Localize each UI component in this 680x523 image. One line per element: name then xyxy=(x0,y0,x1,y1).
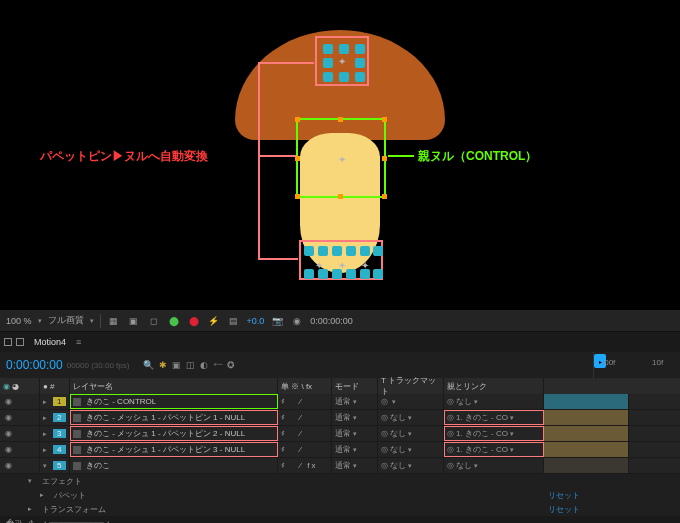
brain-icon[interactable]: ✪ xyxy=(227,360,235,370)
visibility-icon[interactable]: ◉ xyxy=(3,397,13,406)
parent-link[interactable]: ◎ なし▾ xyxy=(444,394,544,409)
offset-field[interactable]: +0.0 xyxy=(247,316,265,326)
twirl-icon[interactable]: ▸ xyxy=(43,446,51,454)
bolt-icon[interactable]: ⚡ xyxy=(207,314,221,328)
tab-comp[interactable]: Motion4 xyxy=(28,336,72,348)
annotation-parent-null: 親ヌル（CONTROL） xyxy=(418,148,537,165)
annotation-puppet-pin: パペットピン▶ヌルへ自動変換 xyxy=(40,148,208,165)
quality-dropdown[interactable]: フル画質 xyxy=(48,314,84,327)
layer-bar[interactable] xyxy=(544,458,629,473)
reset-link[interactable]: リセット xyxy=(548,490,580,501)
track-matte[interactable]: ◎ なし ▾ xyxy=(378,410,444,425)
layer-index: 2 xyxy=(53,413,66,422)
frameblend-icon[interactable]: ◫ xyxy=(186,360,195,370)
prop-puppet[interactable]: パペット xyxy=(54,490,86,501)
layer-switches[interactable]: ♯ ∕ xyxy=(278,410,332,425)
layer-bar[interactable] xyxy=(544,442,629,457)
tab-bar: Motion4 ≡ xyxy=(0,332,680,352)
column-headers: ◉ ◕ ● # レイヤー名 单 ※ \ fx モード T トラックマット 親とリ… xyxy=(0,378,680,394)
parent-link[interactable]: ◎ なし▾ xyxy=(444,458,544,473)
settings-icon[interactable]: ▤ xyxy=(227,314,241,328)
timecode-row: 0:00:00:00 00000 (30.00 fps) 🔍 ✱ ▣ ◫ ◐ ⬳… xyxy=(0,352,680,378)
layer-properties: ▾エフェクト ▸パペットリセット ▸トランスフォームリセット xyxy=(0,474,680,516)
zoom-dropdown[interactable]: 100 % xyxy=(6,316,32,326)
color-icon[interactable]: ⬤ xyxy=(167,314,181,328)
toggle-switches-icon: �관 ⎇ xyxy=(6,518,33,524)
col-mode[interactable]: モード xyxy=(332,378,378,394)
current-frame: 00000 (30.00 fps) xyxy=(67,361,130,370)
selection-control: ✦ xyxy=(296,118,386,198)
composition-viewer[interactable]: ✦ ✦ ✦✦✦ パペットピン▶ヌルへ自動変換 親ヌル（CONTROL） xyxy=(0,0,680,300)
twirl-icon[interactable]: ▸ xyxy=(43,430,51,438)
visibility-icon[interactable]: ◉ xyxy=(3,413,13,422)
layer-name[interactable]: きのこ - メッシュ 1 - パペットピン 3 - NULL xyxy=(70,442,278,457)
layer-row[interactable]: ◉▸3きのこ - メッシュ 1 - パペットピン 2 - NULL♯ ∕ 通常 … xyxy=(0,426,680,442)
panel-menu-icon[interactable] xyxy=(4,338,12,346)
visibility-icon[interactable]: ◉ xyxy=(3,445,13,454)
col-parent[interactable]: 親とリンク xyxy=(444,378,544,394)
prop-effects[interactable]: エフェクト xyxy=(42,476,82,487)
layer-bar[interactable] xyxy=(544,394,629,409)
col-trackmatte[interactable]: T トラックマット xyxy=(378,378,444,394)
layer-switches[interactable]: ♯ ∕ fx xyxy=(278,458,332,473)
layer-name[interactable]: きのこ - CONTROL xyxy=(70,394,278,409)
blend-mode[interactable]: 通常 ▾ xyxy=(332,426,378,441)
reset-link[interactable]: リセット xyxy=(548,504,580,515)
layer-row[interactable]: ◉▸1きのこ - CONTROL♯ ∕ 通常 ▾◎ ▾◎ なし▾ xyxy=(0,394,680,410)
prop-transform[interactable]: トランスフォーム xyxy=(42,504,106,515)
col-layer-name[interactable]: レイヤー名 xyxy=(70,378,278,394)
layer-index: 1 xyxy=(53,397,66,406)
blend-mode[interactable]: 通常 ▾ xyxy=(332,458,378,473)
snapshot-icon[interactable]: 📷 xyxy=(270,314,284,328)
parent-link[interactable]: ◎ 1. きのこ - CO▾ xyxy=(444,442,544,457)
layer-index: 3 xyxy=(53,429,66,438)
show-snapshot-icon[interactable]: ◉ xyxy=(290,314,304,328)
parent-link[interactable]: ◎ 1. きのこ - CO▾ xyxy=(444,410,544,425)
toolbar-timecode: 0:00:00:00 xyxy=(310,316,353,326)
current-time[interactable]: 0:00:00:00 xyxy=(6,358,63,372)
blend-mode[interactable]: 通常 ▾ xyxy=(332,394,378,409)
selection-bottom: ✦✦✦ xyxy=(299,240,383,280)
parent-link[interactable]: ◎ 1. きのこ - CO▾ xyxy=(444,426,544,441)
visibility-icon[interactable]: ◉ xyxy=(3,429,13,438)
layer-bar[interactable] xyxy=(544,426,629,441)
track-matte[interactable]: ◎ なし ▾ xyxy=(378,458,444,473)
shy-icon[interactable]: ✱ xyxy=(159,360,167,370)
selection-top: ✦ xyxy=(315,36,369,86)
layer-name[interactable]: きのこ - メッシュ 1 - パペットピン 1 - NULL xyxy=(70,410,278,425)
layer-switches[interactable]: ♯ ∕ xyxy=(278,442,332,457)
layer-row[interactable]: ◉▸2きのこ - メッシュ 1 - パペットピン 1 - NULL♯ ∕ 通常 … xyxy=(0,410,680,426)
mask-icon[interactable]: ◻ xyxy=(147,314,161,328)
col-flags: 单 ※ \ fx xyxy=(278,378,332,394)
layer-row[interactable]: ◉▾5きのこ♯ ∕ fx通常 ▾◎ なし ▾◎ なし▾ xyxy=(0,458,680,474)
timeline-panel: 100 %▾ フル画質▾ ▦ ▣ ◻ ⬤ ⬤ ⚡ ▤ +0.0 📷 ◉ 0:00… xyxy=(0,310,680,523)
layer-bar[interactable] xyxy=(544,410,629,425)
blend-mode[interactable]: 通常 ▾ xyxy=(332,442,378,457)
twirl-icon[interactable]: ▸ xyxy=(43,398,51,406)
layer-index: 5 xyxy=(53,461,66,470)
guides-icon[interactable]: ▣ xyxy=(127,314,141,328)
layer-switches[interactable]: ♯ ∕ xyxy=(278,426,332,441)
layer-switches[interactable]: ♯ ∕ xyxy=(278,394,332,409)
time-ruler[interactable]: ▸ :00f 10f xyxy=(593,352,678,378)
layer-name[interactable]: きのこ - メッシュ 1 - パペットピン 2 - NULL xyxy=(70,426,278,441)
layer-index: 4 xyxy=(53,445,66,454)
scrub-bar[interactable]: �관 ⎇ ▲━━━━━━━━━━━▲ xyxy=(0,516,680,523)
visibility-icon[interactable]: ◉ xyxy=(3,461,13,470)
track-matte[interactable]: ◎ なし ▾ xyxy=(378,426,444,441)
layer-name[interactable]: きのこ xyxy=(70,458,278,473)
search-icon[interactable]: 🔍 xyxy=(143,360,154,370)
grid-icon[interactable]: ▦ xyxy=(107,314,121,328)
warn-icon[interactable]: ⬤ xyxy=(187,314,201,328)
twirl-icon[interactable]: ▸ xyxy=(43,414,51,422)
graph-icon[interactable]: ⬳ xyxy=(213,360,222,370)
motionblur-icon[interactable]: ◐ xyxy=(200,360,208,370)
panel-menu-icon-2[interactable] xyxy=(16,338,24,346)
track-matte[interactable]: ◎ なし ▾ xyxy=(378,442,444,457)
viewer-toolbar: 100 %▾ フル画質▾ ▦ ▣ ◻ ⬤ ⬤ ⚡ ▤ +0.0 📷 ◉ 0:00… xyxy=(0,310,680,332)
track-matte[interactable]: ◎ ▾ xyxy=(378,394,444,409)
blend-mode[interactable]: 通常 ▾ xyxy=(332,410,378,425)
layer-row[interactable]: ◉▸4きのこ - メッシュ 1 - パペットピン 3 - NULL♯ ∕ 通常 … xyxy=(0,442,680,458)
draft-icon[interactable]: ▣ xyxy=(172,360,181,370)
twirl-icon[interactable]: ▾ xyxy=(43,462,51,470)
